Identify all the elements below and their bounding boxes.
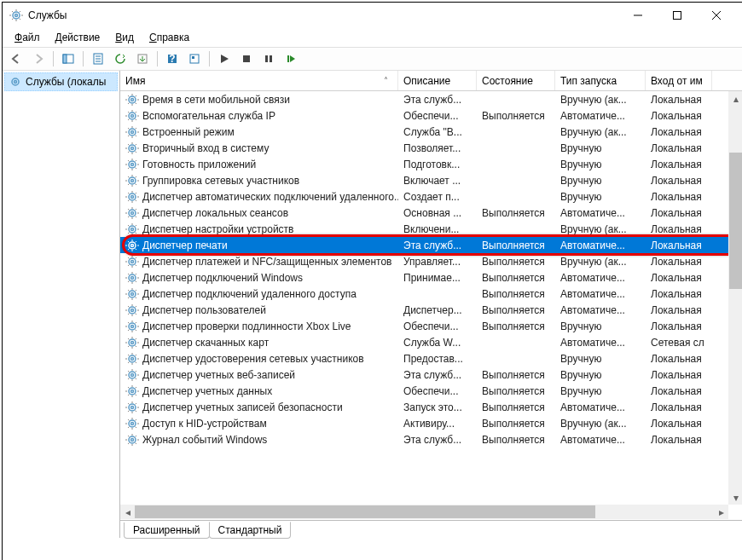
service-status: Выполняется [477, 320, 555, 332]
export-button[interactable] [132, 49, 153, 68]
service-startup: Вручную [555, 142, 646, 154]
service-name: Диспетчер подключений удаленного доступа [142, 288, 357, 300]
service-description: Обеспечи... [398, 110, 477, 122]
service-row[interactable]: Встроенный режимСлужба "В...Вручную (ак.… [120, 124, 742, 140]
svg-point-22 [14, 81, 17, 84]
service-name: Группировка сетевых участников [142, 175, 299, 187]
service-logon: Локальная [646, 401, 712, 413]
tab-extended[interactable]: Расширенный [124, 522, 210, 539]
col-status[interactable]: Состояние [477, 71, 555, 90]
service-row[interactable]: Диспетчер локальных сеансовОсновная ...В… [120, 205, 742, 221]
service-row[interactable]: Диспетчер учетных веб-записейЭта служб..… [120, 367, 742, 383]
menu-view[interactable]: Вид [108, 30, 141, 45]
service-startup: Вручную (ак... [555, 418, 646, 430]
service-name: Диспетчер печати [142, 240, 228, 251]
services-list: Имя˄ Описание Состояние Тип запуска Вход… [120, 71, 742, 519]
svg-point-23 [129, 96, 136, 103]
tree-root-item[interactable]: Службы (локалы [4, 72, 118, 91]
service-icon [125, 303, 139, 317]
service-row[interactable]: Диспетчер проверки подлинности Xbox Live… [120, 318, 742, 334]
vertical-scrollbar[interactable]: ▴ ▾ [728, 91, 742, 505]
horizontal-scrollbar[interactable]: ◂ ▸ [120, 505, 728, 519]
service-description: Эта служб... [398, 369, 477, 381]
service-row[interactable]: Диспетчер платежей и NFC/защищенных элем… [120, 253, 742, 269]
service-row[interactable]: Диспетчер настройки устройствВключени...… [120, 221, 742, 237]
help-topics-button[interactable] [184, 49, 205, 68]
service-row[interactable]: Вторичный вход в системуПозволяет...Вруч… [120, 140, 742, 156]
column-header: Имя˄ Описание Состояние Тип запуска Вход… [120, 71, 742, 91]
minimize-button[interactable] [618, 3, 658, 28]
help-button[interactable]: ? [162, 49, 183, 68]
service-description: Создает п... [398, 191, 477, 203]
col-logon[interactable]: Вход от им [646, 71, 712, 90]
service-icon [125, 320, 139, 333]
service-status: Выполняется [477, 434, 555, 446]
service-name: Готовность приложений [142, 159, 256, 170]
service-row[interactable]: Диспетчер печатиЭта служб...ВыполняетсяА… [120, 237, 742, 253]
menu-file[interactable]: Файл [8, 30, 47, 45]
service-row[interactable]: Диспетчер учетных записей безопасностиЗа… [120, 399, 742, 415]
body-area: Службы (локалы Имя˄ Описание Состояние Т… [3, 71, 742, 538]
service-row[interactable]: Диспетчер подключений WindowsПринимае...… [120, 269, 742, 286]
maximize-button[interactable] [658, 3, 697, 28]
start-service-button[interactable] [214, 49, 235, 68]
service-name: Диспетчер учетных записей безопасности [142, 401, 343, 413]
scroll-right-button[interactable]: ▸ [714, 505, 728, 519]
svg-point-51 [129, 323, 136, 330]
col-startup[interactable]: Тип запуска [555, 71, 646, 90]
svg-rect-7 [63, 55, 67, 63]
service-status: Выполняется [477, 385, 555, 397]
properties-button[interactable] [88, 49, 108, 68]
scroll-up-button[interactable]: ▴ [728, 91, 742, 106]
scroll-left-button[interactable]: ◂ [120, 505, 135, 519]
service-row[interactable]: Готовность приложенийПодготовк...Вручную… [120, 156, 742, 172]
restart-service-button[interactable] [281, 49, 301, 68]
menu-action[interactable]: Действие [49, 30, 107, 45]
service-logon: Локальная [646, 353, 712, 365]
forward-button[interactable] [28, 49, 49, 68]
refresh-button[interactable] [110, 49, 130, 68]
service-row[interactable]: Диспетчер удостоверения сетевых участник… [120, 350, 742, 367]
service-icon [125, 158, 139, 171]
service-logon: Локальная [646, 369, 712, 381]
service-row[interactable]: Диспетчер автоматических подключений уда… [120, 188, 742, 205]
scroll-h-thumb[interactable] [135, 505, 595, 518]
service-logon: Локальная [646, 434, 712, 446]
svg-point-35 [129, 193, 136, 200]
service-row[interactable]: Доступ к HID-устройствамАктивиру...Выпол… [120, 415, 742, 431]
service-row[interactable]: Диспетчер учетных данныхОбеспечи...Выпол… [120, 383, 742, 399]
service-icon [125, 336, 139, 349]
service-row[interactable]: Журнал событий WindowsЭта служб...Выполн… [120, 431, 742, 447]
col-description[interactable]: Описание [398, 71, 477, 90]
pause-service-button[interactable] [258, 49, 279, 68]
service-row[interactable]: Диспетчер пользователейДиспетчер...Выпол… [120, 302, 742, 318]
stop-service-button[interactable] [236, 49, 257, 68]
service-description: Позволяет... [398, 142, 477, 154]
service-row[interactable]: Диспетчер подключений удаленного доступа… [120, 286, 742, 302]
svg-point-60 [131, 390, 134, 392]
close-button[interactable] [697, 3, 736, 28]
service-icon [125, 222, 139, 236]
show-hide-tree-button[interactable] [58, 49, 78, 68]
menu-help[interactable]: Справка [142, 30, 196, 45]
svg-point-36 [131, 195, 134, 198]
svg-point-50 [131, 309, 134, 311]
service-row[interactable]: Вспомогательная служба IPОбеспечи...Выпо… [120, 107, 742, 124]
service-startup: Автоматиче... [555, 207, 646, 219]
service-row[interactable]: Группировка сетевых участниковВключает .… [120, 172, 742, 188]
service-name: Диспетчер скачанных карт [142, 337, 269, 349]
svg-point-62 [131, 406, 134, 408]
svg-point-65 [129, 436, 136, 443]
back-button[interactable] [6, 49, 26, 68]
col-name[interactable]: Имя˄ [120, 71, 398, 90]
svg-point-48 [131, 292, 134, 295]
service-name: Диспетчер платежей и NFC/защищенных элем… [142, 256, 392, 268]
tab-standard[interactable]: Стандартный [209, 522, 292, 539]
service-logon: Локальная [646, 320, 712, 332]
scroll-down-button[interactable]: ▾ [728, 490, 742, 505]
service-description: Управляет... [398, 256, 477, 268]
scroll-v-thumb[interactable] [729, 153, 742, 289]
service-row[interactable]: Время в сети мобильной связиЭта служб...… [120, 91, 742, 107]
service-row[interactable]: Диспетчер скачанных картСлужба W...Автом… [120, 334, 742, 350]
svg-point-44 [131, 260, 134, 263]
